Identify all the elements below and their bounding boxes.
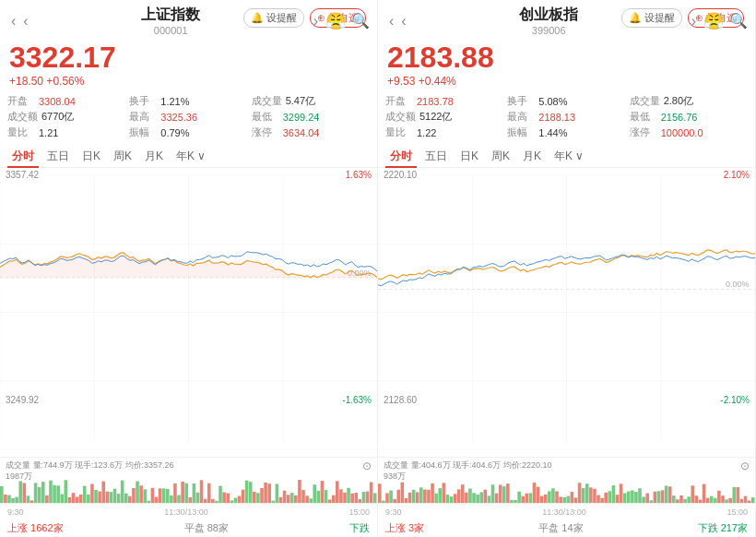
panel-title-shanghai: 上证指数 <box>141 6 200 25</box>
volume-info-cn: 成交量 量:404.6万 现手:404.6万 均价:2220.10 <box>384 459 552 471</box>
panel-chinext: ‹ ‹ 创业板指 399006 › 😤 🔍 🔔 设提醒 ⊕ 加自选 2183.8… <box>378 0 756 537</box>
stat-turnover: 换手 1.21% <box>127 93 249 109</box>
stat-amplitude-value-cn: 1.44% <box>538 127 567 138</box>
stat-amount: 成交额 6770亿 <box>6 109 127 125</box>
stat-high-cn: 最高 2188.13 <box>505 109 627 125</box>
stat-limit-cn: 涨停 100000.0 <box>628 125 750 140</box>
stats-grid-shanghai: 开盘 3308.04 换手 1.21% 成交量 5.47亿 成交额 6770亿 … <box>0 90 377 142</box>
time-end-sh: 15:00 <box>348 507 370 517</box>
stat-open-cn: 开盘 2183.78 <box>384 93 505 109</box>
tabs-chinext: 分时 五日 日K 周K 月K 年K ∨ <box>378 142 755 168</box>
panel-shanghai: ‹ ‹ 上证指数 000001 › 😤 🔍 🔔 设提醒 ⊕ 加自选 3322.1… <box>0 0 378 537</box>
tab-intraday-cn[interactable]: 分时 <box>385 146 417 167</box>
fall-count-cn: 下跌 217家 <box>698 521 748 535</box>
price-change-chinext: +9.53 +0.44% <box>387 75 746 88</box>
chart-label-top-right-cn: 2.10% <box>724 170 750 180</box>
stat-ratio-value-cn: 1.22 <box>417 127 436 138</box>
stat-open-value: 3308.04 <box>39 96 76 107</box>
flat-count-cn: 平盘 14家 <box>538 521 583 535</box>
tab-5day-sh[interactable]: 五日 <box>42 146 74 167</box>
nav-back-arrow[interactable]: ‹ <box>7 13 19 30</box>
emoji-icon-shanghai: 😤 <box>325 11 346 31</box>
rise-count-sh: 上涨 1662家 <box>7 521 64 535</box>
tab-dayk-sh[interactable]: 日K <box>77 146 105 167</box>
tab-weekk-cn[interactable]: 周K <box>487 146 514 167</box>
stat-turnover-value: 1.21% <box>160 96 189 107</box>
stat-amplitude-value: 0.79% <box>160 127 189 138</box>
nav-next-arrow[interactable]: › <box>310 13 322 30</box>
tab-yeark-cn[interactable]: 年K ∨ <box>549 146 588 167</box>
stat-amount-value: 6770亿 <box>41 110 74 124</box>
chart-area-chinext: 2220.10 2.10% 2128.60 -2.10% <box>378 168 755 457</box>
stat-ratio: 量比 1.21 <box>6 125 127 140</box>
title-block-shanghai: 上证指数 000001 <box>32 6 310 36</box>
price-area-shanghai: 🔔 设提醒 ⊕ 加自选 3322.17 +18.50 +0.56% <box>0 38 377 90</box>
nav-prev-arrow-cn[interactable]: ‹ <box>397 13 409 30</box>
volume-max-cn: 938万 <box>384 471 406 483</box>
stats-grid-chinext: 开盘 2183.78 换手 5.08% 成交量 2.80亿 成交额 5122亿 … <box>378 90 755 142</box>
chart-label-bottom-right-cn: -2.10% <box>720 395 750 405</box>
stat-low: 最低 3299.24 <box>250 109 372 125</box>
stat-volume: 成交量 5.47亿 <box>250 93 372 109</box>
stat-limit: 涨停 3634.04 <box>250 125 372 140</box>
price-change-shanghai: +18.50 +0.56% <box>9 75 368 88</box>
chart-label-top-right-sh: 1.63% <box>346 170 372 180</box>
tab-yeark-sh[interactable]: 年K ∨ <box>171 146 210 167</box>
volume-max-sh: 1987万 <box>6 471 32 483</box>
chart-label-bottom-left-sh: 3249.92 <box>6 395 39 405</box>
main-price-chinext: 2183.88 <box>387 42 746 74</box>
stat-limit-value: 3634.04 <box>283 127 320 138</box>
chart-area-shanghai: 3357.42 1.63% 3249.92 -1.63% <box>0 168 377 457</box>
panel-header-chinext: ‹ ‹ 创业板指 399006 › 😤 🔍 <box>378 0 755 38</box>
time-start-sh: 9:30 <box>7 507 24 517</box>
stat-low-value: 3299.24 <box>283 112 320 123</box>
tabs-shanghai: 分时 五日 日K 周K 月K 年K ∨ <box>0 142 377 168</box>
stat-open-value-cn: 2183.78 <box>417 96 454 107</box>
tab-monthk-cn[interactable]: 月K <box>518 146 546 167</box>
chart-label-bottom-right-sh: -1.63% <box>342 395 372 405</box>
chart-canvas-chinext <box>378 168 755 457</box>
header-icons-shanghai: 😤 🔍 <box>325 11 370 31</box>
bottom-stats-sh: 上涨 1662家 平盘 88家 下跌 <box>0 519 377 537</box>
stat-turnover-cn: 换手 5.08% <box>505 93 627 109</box>
chart-canvas-shanghai <box>0 168 377 457</box>
stat-amount-cn: 成交额 5122亿 <box>384 109 505 125</box>
panel-code-chinext: 399006 <box>532 25 566 36</box>
nav-next-arrow-cn[interactable]: › <box>688 13 700 30</box>
volume-settings-icon-cn[interactable]: ⊙ <box>740 459 750 472</box>
search-icon-shanghai[interactable]: 🔍 <box>351 12 370 30</box>
stat-ratio-value: 1.21 <box>39 127 58 138</box>
emoji-icon-chinext: 😤 <box>703 11 724 31</box>
rise-count-cn: 上涨 3家 <box>385 521 424 535</box>
tab-weekk-sh[interactable]: 周K <box>109 146 136 167</box>
chart-label-top-left-cn: 2220.10 <box>384 170 417 180</box>
stat-volume-cn: 成交量 2.80亿 <box>628 93 750 109</box>
nav-back-arrow-cn[interactable]: ‹ <box>385 13 397 30</box>
stat-amplitude: 振幅 0.79% <box>127 125 249 140</box>
tab-5day-cn[interactable]: 五日 <box>420 146 452 167</box>
time-end-cn: 15:00 <box>726 507 748 517</box>
chart-label-bottom-left-cn: 2128.60 <box>384 395 417 405</box>
fall-count-sh: 下跌 <box>349 521 370 535</box>
stat-volume-value-cn: 2.80亿 <box>664 94 693 108</box>
panel-code-shanghai: 000001 <box>154 25 188 36</box>
volume-settings-icon-sh[interactable]: ⊙ <box>362 459 372 472</box>
stat-ratio-cn: 量比 1.22 <box>384 125 505 140</box>
time-mid-sh: 11:30/13:00 <box>164 507 208 517</box>
search-icon-chinext[interactable]: 🔍 <box>729 12 748 30</box>
stat-limit-value-cn: 100000.0 <box>661 127 703 138</box>
header-icons-chinext: 😤 🔍 <box>703 11 748 31</box>
tab-intraday-sh[interactable]: 分时 <box>7 146 39 167</box>
nav-prev-arrow[interactable]: ‹ <box>19 13 31 30</box>
stat-high-value-cn: 2188.13 <box>538 112 575 123</box>
panel-header-shanghai: ‹ ‹ 上证指数 000001 › 😤 🔍 <box>0 0 377 38</box>
tab-dayk-cn[interactable]: 日K <box>455 146 483 167</box>
flat-count-sh: 平盘 88家 <box>184 521 229 535</box>
volume-area-shanghai: 成交量 量:744.9万 现手:123.6万 均价:3357.26 ⊙ 1987… <box>0 457 377 503</box>
main-price-shanghai: 3322.17 <box>9 42 368 74</box>
stat-amplitude-cn: 振幅 1.44% <box>505 125 627 140</box>
tab-monthk-sh[interactable]: 月K <box>140 146 168 167</box>
bottom-stats-cn: 上涨 3家 平盘 14家 下跌 217家 <box>378 519 755 537</box>
stat-low-cn: 最低 2156.76 <box>628 109 750 125</box>
stat-amount-value-cn: 5122亿 <box>419 110 452 124</box>
